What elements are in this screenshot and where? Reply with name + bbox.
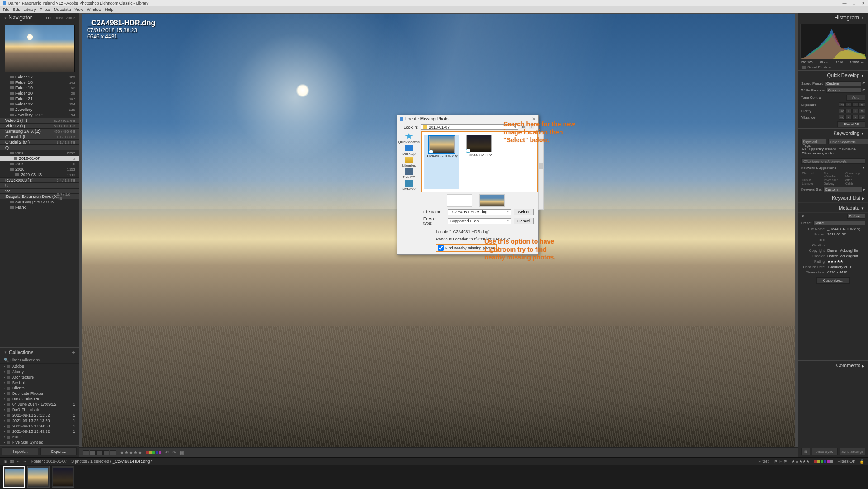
collection-row[interactable]: ▸Eater [0, 434, 79, 440]
filmstrip-thumb[interactable] [3, 466, 25, 488]
rotate-right-icon[interactable]: ↷ [172, 450, 176, 455]
menu-metadata[interactable]: Metadata [54, 7, 71, 12]
color-labels[interactable] [146, 451, 161, 454]
folder-row[interactable]: Folder 22134 [0, 101, 79, 107]
metadata-row[interactable]: Dimensions6720 x 4480 [798, 270, 868, 275]
keyword-suggestion[interactable]: Co. Waterford [824, 172, 843, 178]
zoom-fit[interactable]: FIT [46, 16, 51, 20]
view-survey-icon[interactable] [103, 450, 109, 455]
drive-row[interactable]: Crucial 1 (L:)1.1 / 1.8 TB [0, 134, 79, 139]
filter-lock-icon[interactable]: 🔒 [859, 459, 864, 464]
keywording-header[interactable]: Keywording [834, 130, 859, 136]
menu-help[interactable]: Help [105, 7, 114, 12]
histogram[interactable] [800, 24, 866, 59]
keyword-set-select[interactable]: Custom [823, 187, 863, 192]
maximize-button[interactable]: □ [853, 1, 855, 5]
metadata-row[interactable]: Title [798, 237, 868, 243]
rotate-left-icon[interactable]: ↶ [165, 450, 169, 455]
collection-row[interactable]: ▸Five Star Synced [0, 440, 79, 445]
import-button[interactable]: Import... [2, 447, 38, 455]
collection-row[interactable]: ▸2021-09-15 11:49:221 [0, 429, 79, 434]
view-compare-icon[interactable] [96, 450, 103, 455]
keyword-suggestion[interactable]: Lismore [802, 182, 821, 185]
zoom-200[interactable]: 200% [66, 16, 75, 20]
drive-row[interactable]: Samsung SATA (J:)456 / 466 GB [0, 129, 79, 134]
keyword-suggestion[interactable]: Comeragh Mou... [845, 172, 864, 178]
rating-stars[interactable]: ★★★★★ [120, 450, 142, 455]
folder-row[interactable]: 20190 [0, 161, 79, 167]
folder-row[interactable]: 2020-03-131133 [0, 172, 79, 177]
folder-row[interactable]: Jewellery238 [0, 107, 79, 112]
keyword-suggestion[interactable]: Dublin [802, 178, 821, 182]
drive-row[interactable]: U: [0, 183, 79, 188]
file-item[interactable]: _C2A4981-HDR.dng [424, 135, 459, 189]
zoom-100[interactable]: 100% [54, 16, 63, 20]
filter-collections[interactable]: 🔍 Filter Collections [0, 357, 79, 364]
metadata-header[interactable]: Metadata [839, 205, 859, 211]
folder-row[interactable]: Folder 18143 [0, 80, 79, 85]
eye-icon[interactable]: 👁 [801, 214, 805, 218]
filename-combo[interactable]: _C2A4981-HDR.dng▾ [448, 209, 511, 215]
collection-row[interactable]: ▸Duplicate Photos [0, 391, 79, 396]
drive-row[interactable]: Seagate Expansion Drive (X:)0.7 / 3.6 TB [0, 194, 79, 199]
second-window-icon[interactable]: ▣ [4, 459, 8, 464]
metadata-row[interactable]: CopyrightDarren McLoughlin [798, 248, 868, 254]
collection-row[interactable]: ▸2021-09-13 23:13:501 [0, 418, 79, 423]
keyword-suggestion[interactable]: River Suir [824, 178, 843, 182]
folder-row[interactable]: 2018-01-073 [0, 156, 79, 161]
metadata-row[interactable]: File Name_C2A4981-HDR.dng [798, 226, 868, 232]
exposure-buttons[interactable]: ≪‹›≫ [839, 102, 865, 107]
collection-row[interactable]: ▸DxO PhotoLab [0, 407, 79, 412]
folder-row[interactable]: Folder 21147 [0, 96, 79, 101]
metadata-row[interactable]: CreatorDarren McLoughlin [798, 254, 868, 259]
collection-row[interactable]: ▸Best of [0, 380, 79, 385]
keyword-suggestion[interactable]: Galway [824, 182, 843, 185]
keyword-tags-mode[interactable]: Keyword Tags [801, 139, 826, 144]
drive-row[interactable]: Q: [0, 145, 79, 150]
drive-row[interactable]: Video 1 (H:)825 / 931 GB [0, 118, 79, 123]
collection-row[interactable]: ▸DxO Optics Pro [0, 396, 79, 402]
place-quick-access[interactable]: Quick access [398, 133, 420, 144]
minimize-button[interactable]: — [843, 1, 847, 5]
view-people-icon[interactable] [110, 450, 116, 455]
saved-preset-select[interactable]: Custom [825, 81, 861, 86]
filmstrip-thumb[interactable] [52, 466, 74, 488]
metadata-row[interactable]: Folder2018-01-07 [798, 232, 868, 237]
folder-row[interactable]: Folder 1962 [0, 85, 79, 91]
grid-overlay-icon[interactable]: ▦ [180, 450, 184, 455]
collections-header[interactable]: ▼ Collections + [0, 347, 79, 357]
filmstrip-thumb[interactable] [27, 466, 50, 488]
navigator-header[interactable]: ▼ Navigator FIT 100% 200% [0, 13, 79, 23]
folder-path[interactable]: Folder : 2018-01-07 [31, 459, 67, 464]
keyword-tags-input[interactable] [828, 139, 868, 144]
drive-row[interactable]: IcyBox0003 (T:)0.4 / 1.8 TB [0, 177, 79, 183]
navigator-thumbnail[interactable] [5, 25, 75, 72]
keyword-suggestion[interactable]: Cahir [845, 182, 864, 185]
menu-edit[interactable]: Edit [13, 7, 20, 12]
folder-row[interactable]: Folder 2029 [0, 91, 79, 96]
menu-view[interactable]: View [75, 7, 83, 12]
close-button[interactable]: ✕ [862, 1, 865, 5]
auto-tone-button[interactable]: Auto [846, 95, 865, 101]
grid-icon[interactable]: ▦ [10, 459, 14, 464]
folder-row[interactable]: 20201133 [0, 167, 79, 172]
folder-row[interactable]: Folder 17129 [0, 74, 79, 80]
filmstrip[interactable] [0, 465, 868, 489]
collection-row[interactable]: ▸2021-09-13 23:11:321 [0, 412, 79, 418]
drive-row[interactable]: Crucial 2 (M:)1.1 / 1.8 TB [0, 139, 79, 145]
place-libraries[interactable]: Libraries [402, 157, 416, 168]
menu-file[interactable]: File [3, 7, 9, 12]
place-desktop[interactable]: Desktop [402, 145, 415, 156]
menu-library[interactable]: Library [24, 7, 36, 12]
view-grid-icon[interactable] [83, 450, 89, 455]
reset-all-button[interactable]: Reset All [837, 121, 865, 127]
folder-row[interactable]: Frank [0, 205, 79, 210]
export-button[interactable]: Export... [40, 447, 77, 455]
auto-sync-button[interactable]: Auto Sync [812, 448, 838, 455]
flag-filter-icon[interactable]: ⚑ ⚐ ⚑ [774, 459, 787, 464]
collection-row[interactable]: ▸Clients [0, 385, 79, 391]
quick-develop-header[interactable]: Quick Develop [827, 72, 859, 78]
keyword-suggestion[interactable]: Clonmel [802, 172, 821, 178]
star-filter[interactable]: ★★★★★ [792, 459, 810, 464]
collection-row[interactable]: ▸04 June 2014 - 17:09:121 [0, 402, 79, 407]
